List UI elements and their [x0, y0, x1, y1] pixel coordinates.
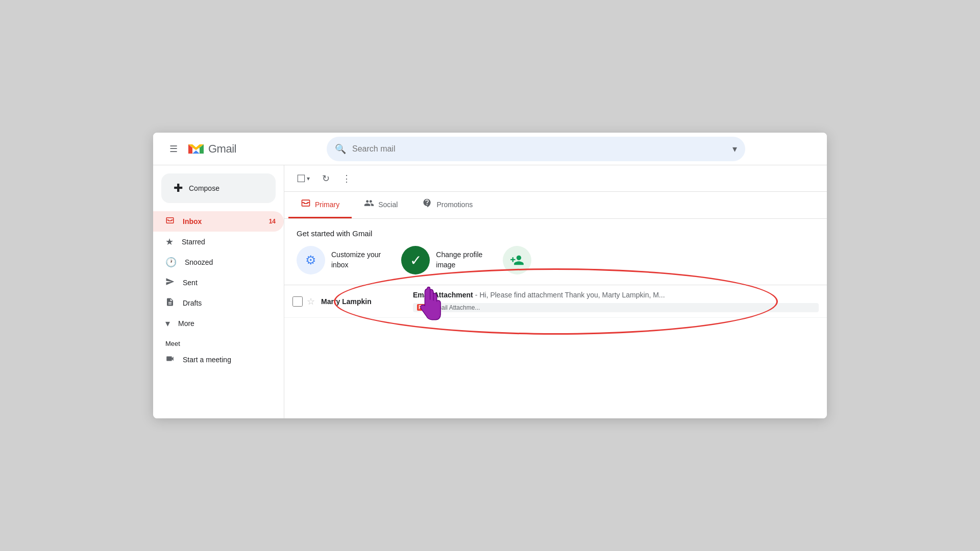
get-started-items: ⚙ Customize yourinbox ✓ Change profileim… [297, 246, 815, 274]
social-tab-icon [364, 198, 374, 211]
sidebar-item-more[interactable]: ▾ More [153, 313, 284, 334]
inbox-icon [165, 216, 175, 228]
tab-primary-label: Primary [315, 201, 339, 209]
compose-label: Compose [189, 184, 219, 192]
sidebar-item-start-meeting[interactable]: Start a meeting [153, 349, 284, 370]
header: ☰ Gm [153, 133, 827, 165]
tab-social[interactable]: Social [352, 192, 410, 218]
search-dropdown-icon[interactable]: ▾ [732, 143, 737, 155]
email-subject: Email Attachment [413, 291, 473, 299]
header-left: ☰ Gm [165, 139, 318, 159]
sidebar-item-starred[interactable]: ★ Starred [153, 232, 284, 252]
tab-social-label: Social [378, 201, 398, 209]
gmail-logo: Gmail [186, 139, 236, 159]
email-attachment-badge: PDF Email Attachme... [413, 303, 819, 312]
sent-label: Sent [183, 279, 198, 287]
checkbox-icon: ☐ [297, 172, 306, 185]
compose-button[interactable]: ✚ Compose [161, 173, 276, 203]
email-body: Email Attachment - Hi, Please find attac… [413, 291, 819, 312]
tab-primary[interactable]: Primary [288, 192, 352, 218]
content-area: ☐ ▾ ↻ ⋮ Primary Social [284, 165, 827, 418]
get-started-banner: Get started with Gmail ⚙ Customize youri… [284, 219, 827, 285]
inbox-label: Inbox [183, 217, 202, 226]
main-layout: ✚ Compose Inbox 14 ★ Starred 🕐 Snoozed [153, 165, 827, 418]
promotions-tab-icon [422, 198, 432, 211]
sidebar-item-snoozed[interactable]: 🕐 Snoozed [153, 252, 284, 272]
drafts-icon [165, 297, 175, 309]
select-all-button[interactable]: ☐ ▾ [292, 168, 314, 189]
dropdown-arrow-icon: ▾ [307, 175, 310, 182]
gmail-title: Gmail [208, 142, 236, 156]
gmail-logo-icon [186, 139, 206, 159]
table-row[interactable]: ☆ Marty Lampkin Email Attachment - Hi, P… [284, 285, 827, 318]
email-sender: Marty Lampkin [321, 297, 413, 306]
more-label: More [178, 319, 194, 328]
inbox-tabs: Primary Social Promotions [284, 192, 827, 219]
more-chevron-icon: ▾ [165, 318, 170, 329]
email-preview: Hi, Please find attachment Thank you, Ma… [479, 291, 665, 299]
profile-label: Change profileimage [436, 250, 482, 270]
more-options-button[interactable]: ⋮ [338, 169, 355, 188]
customize-icon: ⚙ [297, 246, 325, 274]
sidebar-item-sent[interactable]: Sent [153, 272, 284, 293]
email-subject-line: Email Attachment - Hi, Please find attac… [413, 291, 819, 299]
add-people-icon [503, 246, 531, 274]
gmail-window: ☰ Gm [153, 133, 827, 418]
menu-button[interactable]: ☰ [165, 139, 182, 159]
get-started-title: Get started with Gmail [297, 229, 815, 238]
tab-promotions[interactable]: Promotions [410, 192, 485, 218]
refresh-button[interactable]: ↻ [318, 169, 334, 188]
profile-checkmark-icon: ✓ [401, 246, 430, 274]
email-list: ☆ Marty Lampkin Email Attachment - Hi, P… [284, 285, 827, 418]
customize-label: Customize yourinbox [331, 250, 381, 270]
pdf-icon: PDF [417, 304, 430, 311]
toolbar: ☐ ▾ ↻ ⋮ [284, 165, 827, 192]
sidebar: ✚ Compose Inbox 14 ★ Starred 🕐 Snoozed [153, 165, 284, 418]
sent-icon [165, 277, 175, 289]
tab-promotions-label: Promotions [436, 201, 473, 209]
snoozed-label: Snoozed [185, 258, 213, 266]
inbox-badge: 14 [269, 218, 276, 225]
drafts-label: Drafts [183, 299, 202, 307]
meet-section-label: Meet [153, 334, 284, 349]
star-icon[interactable]: ☆ [307, 296, 315, 307]
sidebar-item-inbox[interactable]: Inbox 14 [153, 211, 284, 232]
email-dash: - [475, 291, 478, 299]
search-icon: 🔍 [335, 143, 346, 155]
snoozed-icon: 🕐 [165, 257, 177, 268]
gs-item-add-people[interactable] [503, 246, 531, 274]
search-bar: 🔍 ▾ [327, 137, 745, 161]
search-input[interactable] [352, 144, 726, 154]
starred-icon: ★ [165, 236, 174, 247]
gs-item-customize[interactable]: ⚙ Customize yourinbox [297, 246, 381, 274]
starred-label: Starred [182, 238, 205, 246]
start-meeting-label: Start a meeting [183, 356, 231, 364]
video-icon [165, 354, 175, 366]
primary-tab-icon [301, 198, 311, 211]
email-checkbox[interactable] [292, 296, 303, 307]
gs-item-profile[interactable]: ✓ Change profileimage [401, 246, 482, 274]
compose-plus-icon: ✚ [174, 182, 183, 195]
attachment-filename: Email Attachme... [432, 304, 480, 311]
sidebar-item-drafts[interactable]: Drafts [153, 293, 284, 313]
email-row-wrapper: ☆ Marty Lampkin Email Attachment - Hi, P… [284, 285, 827, 318]
